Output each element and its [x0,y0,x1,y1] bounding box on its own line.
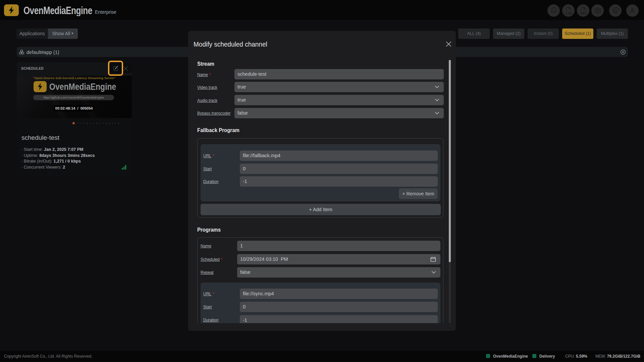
svg-text:XML: XML [580,12,588,15]
svg-text:LOG: LOG [566,12,573,15]
